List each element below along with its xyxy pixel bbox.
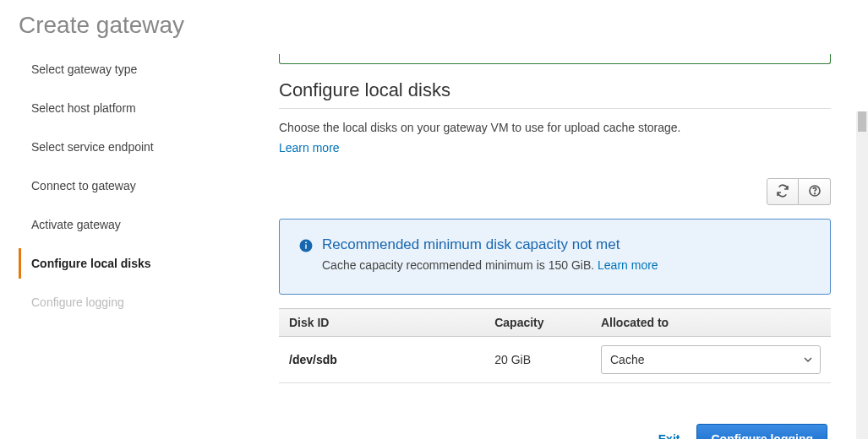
section-heading: Configure local disks bbox=[279, 79, 831, 101]
info-icon bbox=[298, 236, 322, 272]
learn-more-link[interactable]: Learn more bbox=[279, 141, 340, 154]
disk-id-cell: /dev/sdb bbox=[289, 353, 337, 366]
sidebar-item-connect-to-gateway[interactable]: Connect to gateway bbox=[19, 171, 254, 201]
divider bbox=[279, 108, 831, 109]
main-panel: Configure local disks Choose the local d… bbox=[254, 54, 868, 439]
alert-text: Cache capacity recommended minimum is 15… bbox=[322, 258, 811, 272]
col-header-allocated-to: Allocated to bbox=[591, 309, 831, 337]
sidebar-item-select-host-platform[interactable]: Select host platform bbox=[19, 93, 254, 123]
col-header-capacity: Capacity bbox=[484, 309, 591, 337]
alert-title: Recommended minimum disk capacity not me… bbox=[322, 236, 811, 253]
refresh-icon bbox=[776, 184, 789, 200]
refresh-button[interactable] bbox=[767, 178, 799, 205]
info-alert: Recommended minimum disk capacity not me… bbox=[279, 219, 831, 295]
wizard-sidebar: Select gateway type Select host platform… bbox=[0, 54, 254, 326]
svg-point-1 bbox=[814, 192, 815, 193]
sidebar-item-configure-logging: Configure logging bbox=[19, 287, 254, 317]
table-row: /dev/sdb 20 GiB Cache bbox=[279, 337, 831, 383]
sidebar-item-configure-local-disks[interactable]: Configure local disks bbox=[19, 248, 254, 279]
help-button[interactable] bbox=[799, 178, 831, 205]
configure-logging-button[interactable]: Configure logging bbox=[696, 424, 827, 439]
section-description: Choose the local disks on your gateway V… bbox=[279, 121, 831, 134]
col-header-disk-id: Disk ID bbox=[279, 309, 484, 337]
footer-actions: Exit Configure logging bbox=[279, 424, 831, 439]
alert-learn-more-link[interactable]: Learn more bbox=[598, 258, 658, 272]
allocated-to-select[interactable]: Cache bbox=[601, 345, 821, 374]
caret-down-icon bbox=[804, 353, 812, 366]
page-title: Create gateway bbox=[0, 0, 868, 54]
scrollbar-thumb[interactable] bbox=[858, 111, 866, 132]
success-banner-bottom-edge bbox=[279, 54, 831, 64]
sidebar-item-select-service-endpoint[interactable]: Select service endpoint bbox=[19, 132, 254, 162]
scrollbar[interactable] bbox=[856, 111, 868, 439]
svg-rect-3 bbox=[305, 245, 307, 249]
sidebar-item-activate-gateway[interactable]: Activate gateway bbox=[19, 209, 254, 240]
sidebar-item-select-gateway-type[interactable]: Select gateway type bbox=[19, 54, 254, 84]
svg-point-4 bbox=[305, 241, 307, 243]
toolbar bbox=[279, 178, 831, 205]
select-value: Cache bbox=[610, 353, 644, 366]
exit-link[interactable]: Exit bbox=[658, 432, 680, 439]
capacity-cell: 20 GiB bbox=[484, 337, 591, 383]
help-icon bbox=[808, 184, 822, 200]
disks-table: Disk ID Capacity Allocated to /dev/sdb 2… bbox=[279, 308, 831, 383]
